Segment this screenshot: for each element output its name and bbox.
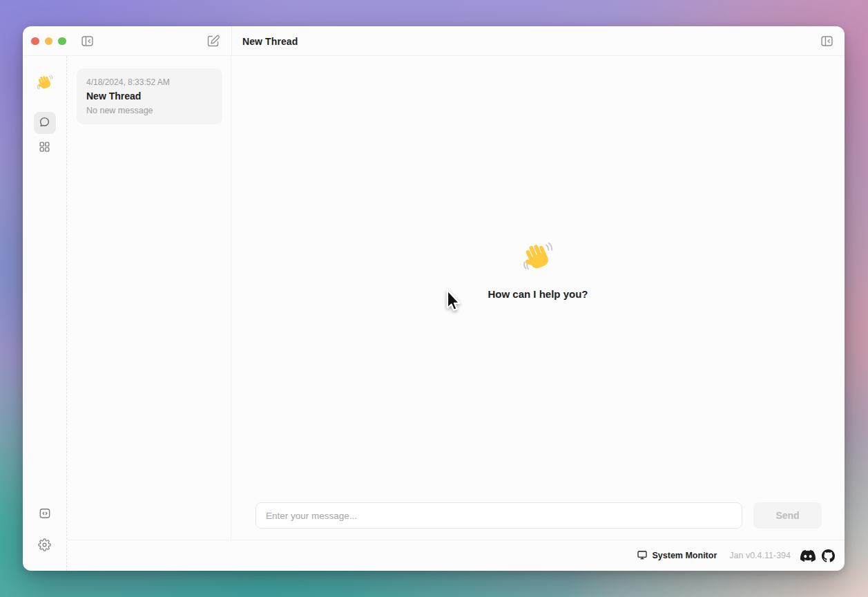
- sidebar-item-hub[interactable]: [34, 137, 56, 159]
- system-monitor-label: System Monitor: [653, 551, 717, 560]
- page-title: New Thread: [242, 26, 298, 56]
- traffic-lights: [31, 26, 66, 56]
- thread-last-message: No new message: [86, 106, 213, 115]
- titlebar: New Thread: [23, 26, 845, 56]
- chat-panel: How can I help you? Send: [231, 56, 845, 540]
- code-square-icon: [38, 506, 52, 522]
- sidebar-item-threads[interactable]: [34, 112, 56, 134]
- app-body: 4/18/2024, 8:33:52 AM New Thread No new …: [23, 56, 845, 571]
- send-button[interactable]: Send: [753, 502, 822, 529]
- message-input[interactable]: [255, 502, 742, 529]
- thread-title: New Thread: [86, 91, 213, 102]
- assistant-wave-emoji-icon[interactable]: [35, 73, 55, 93]
- grid-icon: [38, 140, 51, 155]
- empty-state: How can I help you?: [231, 56, 845, 502]
- chat-bubble-icon: [38, 115, 51, 131]
- greeting-block: How can I help you?: [488, 240, 588, 300]
- system-monitor-button[interactable]: System Monitor: [637, 549, 717, 562]
- jan-app-window: New Thread: [23, 26, 845, 571]
- thread-list-panel: 4/18/2024, 8:33:52 AM New Thread No new …: [67, 56, 231, 540]
- thread-timestamp: 4/18/2024, 8:33:52 AM: [86, 77, 213, 87]
- thread-list-item[interactable]: 4/18/2024, 8:33:52 AM New Thread No new …: [77, 68, 222, 124]
- titlebar-divider: [231, 26, 232, 56]
- status-bar: System Monitor Jan v0.4.11-394: [67, 540, 845, 571]
- waving-hand-emoji-icon: [520, 240, 556, 276]
- new-thread-compose-icon[interactable]: [205, 33, 220, 48]
- app-version: Jan v0.4.11-394: [729, 551, 791, 560]
- greeting-text: How can I help you?: [488, 288, 588, 300]
- left-rail: [23, 56, 67, 571]
- toggle-right-panel-icon[interactable]: [819, 33, 834, 48]
- github-icon[interactable]: [822, 549, 835, 562]
- close-window-button[interactable]: [31, 37, 39, 46]
- gear-icon: [38, 538, 51, 553]
- settings-button[interactable]: [34, 535, 56, 557]
- content-row: 4/18/2024, 8:33:52 AM New Thread No new …: [67, 56, 845, 540]
- zoom-window-button[interactable]: [58, 37, 66, 46]
- monitor-icon: [637, 549, 648, 562]
- composer: Send: [231, 502, 845, 540]
- desktop-background: New Thread: [0, 0, 868, 597]
- local-api-server-button[interactable]: [34, 503, 56, 525]
- toggle-left-panel-icon[interactable]: [79, 33, 95, 48]
- right-column: 4/18/2024, 8:33:52 AM New Thread No new …: [67, 56, 845, 571]
- discord-icon[interactable]: [800, 550, 816, 562]
- minimize-window-button[interactable]: [45, 37, 53, 46]
